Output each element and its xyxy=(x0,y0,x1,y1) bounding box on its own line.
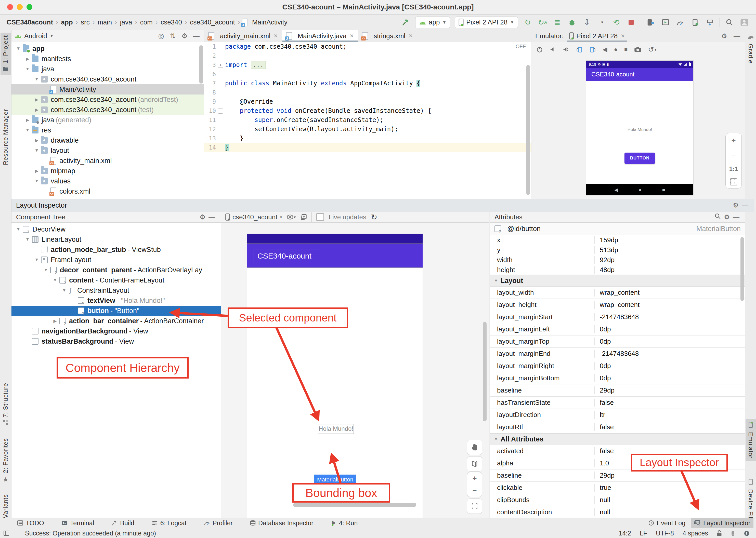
close-tab-icon[interactable]: ✕ xyxy=(408,33,413,39)
close-tab-icon[interactable]: ✕ xyxy=(349,33,354,39)
tree-row[interactable]: ▼ConstraintLayout xyxy=(12,285,221,296)
attribute-row[interactable]: contentDescriptionnull xyxy=(490,506,745,517)
tree-row[interactable]: button - "Button" xyxy=(12,306,221,316)
editor-tab[interactable]: MainActivity.java✕ xyxy=(282,30,358,42)
toolwindow-button-database-inspector[interactable]: Database Inspector xyxy=(247,519,317,527)
tree-row[interactable]: ▼LinearLayout xyxy=(12,234,221,244)
refresh-icon[interactable]: ↻ xyxy=(371,213,377,222)
tree-row[interactable]: ▼res xyxy=(12,125,204,135)
app-button[interactable]: BUTTON xyxy=(624,153,655,164)
scrollbar[interactable] xyxy=(740,237,744,301)
zoom-out-button[interactable]: − xyxy=(731,151,736,159)
attribute-row[interactable]: layoutRtlfalse xyxy=(490,421,745,433)
build-hammer-icon[interactable] xyxy=(400,17,411,27)
code-line[interactable]: 10− protected void onCreate(Bundle saved… xyxy=(204,106,531,115)
breadcrumb-item[interactable]: MainActivity xyxy=(251,18,289,26)
tree-row[interactable]: ▶manifests xyxy=(12,54,204,64)
hide-panel-icon[interactable]: — xyxy=(207,213,216,221)
hide-panel-icon[interactable]: — xyxy=(731,213,741,221)
fold-marker-icon[interactable]: + xyxy=(216,60,225,70)
tree-row[interactable]: ▼content - ContentFrameLayout xyxy=(12,275,221,285)
process-select[interactable]: cse340_acount▾ xyxy=(225,213,282,221)
chevron-icon[interactable]: ▼ xyxy=(32,77,41,82)
toolwindow-button-terminal[interactable]: Terminal xyxy=(58,519,97,527)
gear-icon[interactable]: ⚙ xyxy=(722,213,731,221)
chevron-icon[interactable]: ▶ xyxy=(32,107,41,113)
chevron-icon[interactable]: ▼ xyxy=(14,227,23,232)
breadcrumb-item[interactable]: src xyxy=(80,18,91,26)
tree-row[interactable]: MainActivity xyxy=(12,84,204,94)
code-line[interactable]: 12 setContentView(R.layout.activity_main… xyxy=(204,125,531,134)
chevron-icon[interactable]: ▼ xyxy=(23,128,32,133)
zoom-reset-button[interactable]: 1:1 xyxy=(729,165,738,173)
layout-canvas[interactable]: CSE340-acount Hola Mundo! MaterialButton… xyxy=(221,223,490,517)
code-line[interactable]: 9 @Override xyxy=(204,97,531,106)
breadcrumb-item[interactable]: com xyxy=(139,18,154,26)
status-message[interactable]: Success: Operation succeeded (a minute a… xyxy=(25,530,156,537)
close-tab-icon[interactable]: ✕ xyxy=(273,33,278,39)
volume-up-icon[interactable] xyxy=(563,46,569,53)
attribute-row[interactable]: width92dp xyxy=(490,255,745,265)
zoom-fit-button[interactable] xyxy=(730,178,737,186)
breadcrumb-item[interactable]: cse340 xyxy=(159,18,183,26)
run-configuration-select[interactable]: app▼ xyxy=(415,17,450,28)
all-attributes-section-header[interactable]: ▼All Attributes xyxy=(490,433,745,445)
render-textview[interactable]: Hola Mundo! xyxy=(318,424,354,434)
sidebar-tab-structure[interactable]: 7: Structure xyxy=(1,380,11,429)
attribute-row[interactable]: layout_heightwrap_content xyxy=(490,299,745,311)
editor-scrollbar[interactable] xyxy=(526,65,530,195)
device-mirroring-icon[interactable] xyxy=(690,17,700,27)
gear-icon[interactable]: ⚙ xyxy=(720,32,729,40)
live-updates-checkbox[interactable] xyxy=(316,213,324,221)
tree-row[interactable]: textView - "Hola Mundo!" xyxy=(12,296,221,306)
indent-style[interactable]: 4 spaces xyxy=(683,530,708,537)
sdk-manager-icon[interactable] xyxy=(705,17,715,27)
code-line[interactable]: 11 super.onCreate(savedInstanceState); xyxy=(204,115,531,125)
device-select[interactable]: Pixel 2 API 28▼ xyxy=(455,17,518,28)
toolwindow-button-profiler[interactable]: Profiler xyxy=(201,519,236,527)
nav-overview-icon[interactable]: ■ xyxy=(662,187,665,193)
vertical-scrollbar[interactable] xyxy=(483,322,487,421)
tree-row[interactable]: ▶mipmap xyxy=(12,166,204,176)
profile-icon[interactable]: ◔ xyxy=(597,17,607,27)
scrollbar[interactable] xyxy=(199,45,203,83)
rotate-left-icon[interactable] xyxy=(576,46,583,53)
sidebar-tab-favorites[interactable]: 2: Favorites ★ xyxy=(1,436,11,486)
tree-row[interactable]: ▼FrameLayout xyxy=(12,255,221,265)
tree-row[interactable]: ▼values xyxy=(12,176,204,186)
tree-row[interactable]: colors.xml xyxy=(12,186,204,196)
attribute-row[interactable]: layout_widthwrap_content xyxy=(490,287,745,299)
toolwindow-button-event-log[interactable]: Event Log xyxy=(645,518,689,528)
attribute-row[interactable]: layout_marginEnd-2147483648 xyxy=(490,348,745,360)
toolwindow-button-4-run[interactable]: 4: Run xyxy=(328,519,361,527)
tree-row[interactable]: ▶com.cse340.cse340_acount (test) xyxy=(12,105,204,115)
tree-row[interactable]: ▼decor_content_parent - ActionBarOverlay… xyxy=(12,265,221,275)
volume-down-icon[interactable] xyxy=(550,46,556,53)
tree-row[interactable]: action_mode_bar_stub - ViewStub xyxy=(12,244,221,255)
back-icon[interactable]: ◀ xyxy=(603,46,607,53)
capture-layers-icon[interactable] xyxy=(300,214,307,220)
tree-row[interactable]: ▼java xyxy=(12,64,204,74)
attribute-row[interactable]: x159dp xyxy=(490,235,745,245)
tree-row[interactable]: statusBarBackground - View xyxy=(12,336,221,347)
search-everywhere-icon[interactable] xyxy=(725,17,734,27)
gear-icon[interactable]: ⚙ xyxy=(198,213,207,221)
hide-panel-icon[interactable]: — xyxy=(740,201,750,209)
attribute-row[interactable]: hasTransientStatefalse xyxy=(490,397,745,409)
notifications-icon[interactable] xyxy=(730,530,735,536)
sidebar-tab-gradle[interactable]: Gradle xyxy=(745,32,756,66)
profiler-window-icon[interactable] xyxy=(675,17,685,27)
code-line[interactable]: 8 xyxy=(204,88,531,97)
fold-marker-icon[interactable]: − xyxy=(216,106,225,115)
breadcrumb-item[interactable]: app xyxy=(60,18,74,26)
sidebar-tab-emulator[interactable]: Emulator xyxy=(745,419,756,461)
stop-icon[interactable] xyxy=(626,17,636,27)
rerun-icon[interactable]: ≣ xyxy=(552,17,562,27)
chevron-icon[interactable]: ▼ xyxy=(32,257,41,262)
caret-position[interactable]: 14:2 xyxy=(618,530,631,537)
attribute-row[interactable]: layout_marginBottom0dp xyxy=(490,372,745,384)
chevron-icon[interactable]: ▼ xyxy=(60,288,69,293)
attribute-row[interactable]: y513dp xyxy=(490,245,745,255)
zoom-in-button[interactable]: + xyxy=(731,136,736,145)
attribute-row[interactable]: layoutDirectionltr xyxy=(490,409,745,421)
